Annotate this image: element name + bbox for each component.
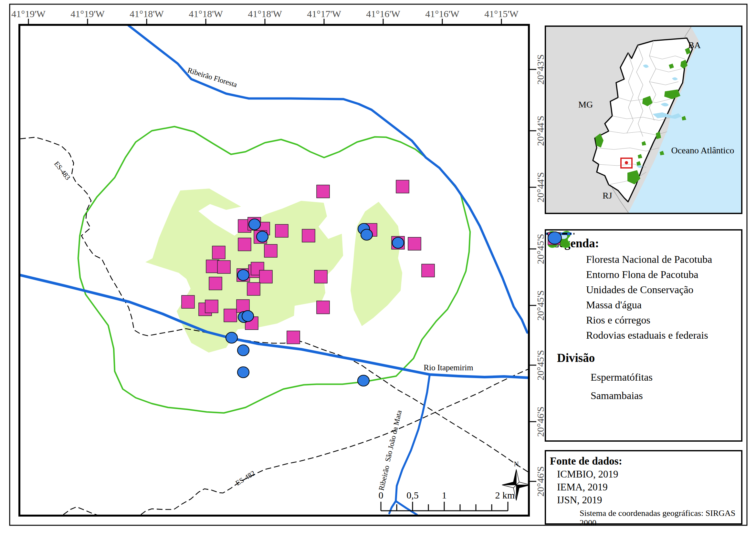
road-label-es482: ES-482 (234, 469, 256, 487)
longitude-label: 41°15'W (484, 9, 519, 19)
inset-label-mg: MG (578, 99, 593, 110)
latitude-label: 20°43'S (535, 54, 546, 85)
compass-north-label: N (514, 460, 519, 468)
latitude-label: 20°45'S (535, 350, 546, 380)
legend-item-rios: Rios e córregos (553, 314, 741, 326)
samambaias-point (249, 219, 260, 230)
longitude-label: 41°18'W (129, 9, 164, 19)
espermatofitas-point (224, 309, 237, 322)
flona-pacotuba-area-east (351, 202, 402, 326)
legend-item-espermatofitas: Espermatófitas (559, 371, 741, 383)
espermatofitas-point (205, 300, 218, 313)
espermatofitas-point (181, 295, 195, 308)
river-label-ribeirao-floresta: Ribeirão Floresta (186, 66, 238, 89)
longitude-label: 41°17'W (307, 9, 341, 19)
espermatofitas-point (247, 283, 260, 295)
scale-label-0: 0 (379, 490, 384, 500)
longitude-label: 41°19'W (70, 9, 105, 19)
espermatofitas-point (396, 180, 409, 193)
latitude-label: 20°44'S (535, 172, 546, 202)
latitude-label: 20°44'S (535, 115, 546, 146)
longitude-label: 41°18'W (189, 9, 223, 19)
samambaias-point (242, 311, 254, 321)
samambaias-point (361, 229, 372, 240)
scale-label-1: 1 (442, 490, 447, 500)
espermatofitas-point (212, 246, 225, 259)
division-title: Divisão (557, 351, 741, 365)
samambaias-point (237, 345, 249, 356)
legend-box: Legenda: Floresta Nacional de Pacotuba E… (545, 229, 742, 442)
legend-item-label: Floresta Nacional de Pacotuba (586, 253, 712, 266)
inset-study-area-dot (625, 161, 628, 164)
espermatofitas-point (217, 261, 230, 273)
espermatofitas-point (317, 301, 330, 314)
espermatofitas-point (238, 238, 251, 251)
espermatofitas-point (209, 277, 222, 290)
legend-item-label: Entorno Flona de Pacotuba (586, 268, 698, 281)
inset-label-rj: RJ (603, 191, 612, 200)
scale-bar-labels: 0 0,5 1 2 km (379, 490, 515, 500)
espermatofitas-point (259, 270, 272, 283)
samambaias-point (226, 332, 237, 343)
espermatofitas-point (314, 270, 327, 283)
data-source-box: Fonte de dados: ICMBIO, 2019 IEMA, 2019 … (545, 450, 742, 525)
legend-item-unidades: Unidades de Conservação (553, 284, 741, 296)
legend-item-label: Rodovias estaduais e federais (586, 329, 708, 341)
legend-title: Legenda: (551, 236, 741, 250)
latitude-label: 20°46'S (535, 406, 546, 437)
legend-item-rodovias: Rodovias estaduais e federais (553, 329, 741, 341)
river-label-sao-joao-da-mata: São João da Mata (384, 409, 403, 462)
longitude-label: 41°19'W (11, 9, 45, 19)
inset-label-ocean: Oceano Atlântico (671, 145, 734, 155)
legend-item-massa-dagua: Massa d'água (553, 299, 741, 311)
inset-map-canvas: BA MG RJ Oceano Atlântico (546, 27, 741, 213)
longitude-label: 41°16'W (366, 9, 400, 19)
espermatofitas-point (302, 229, 315, 242)
espermatofitas-point (317, 185, 330, 198)
legend-item-label: Rios e córregos (586, 314, 650, 326)
longitude-label: 41°18'W (248, 9, 282, 19)
samambaias-point (358, 375, 369, 386)
roads-layer (20, 137, 528, 515)
espermatofitas-point (421, 264, 435, 277)
map-figure: Ribeirão Floresta ES-483 Rio Itapemirim … (0, 0, 756, 534)
legend-item-samambaias: Samambaias (559, 390, 741, 402)
latitude-label: 20°45'S (535, 234, 546, 264)
road-label-es483: ES-483 (53, 160, 72, 181)
division-item-label: Espermatófitas (591, 371, 653, 383)
legend-item-label: Unidades de Conservação (586, 284, 693, 296)
division-item-label: Samambaias (591, 390, 643, 402)
source-line: IEMA, 2019 (557, 481, 741, 493)
river-label-rio-itapemirim: Rio Itapemirim (423, 363, 473, 372)
samambaias-point (392, 237, 404, 248)
latitude-label: 20°46'S (535, 466, 546, 496)
legend-item-flona: Floresta Nacional de Pacotuba (553, 253, 741, 266)
road-es482 (63, 369, 528, 515)
latitude-label: 20°45'S (535, 290, 546, 320)
espermatofitas-point (264, 244, 277, 257)
samambaias-point (256, 231, 268, 242)
scale-label-2km: 2 km (495, 490, 515, 500)
espermatofitas-point (287, 331, 300, 344)
espermatofitas-point (206, 260, 219, 273)
espermatofitas-point (275, 224, 288, 237)
legend-item-entorno: Entorno Flona de Pacotuba (553, 268, 741, 281)
scale-label-05: 0,5 (406, 490, 419, 500)
samambaias-point (237, 269, 249, 281)
coordinate-system-note: Sistema de coordenadas geográficas: SIRG… (580, 508, 741, 528)
source-box-title: Fonte de dados: (550, 455, 741, 467)
samambaias-point (237, 367, 249, 378)
longitude-label: 41°16'W (425, 9, 459, 19)
espermatofitas-point (408, 237, 421, 250)
river-label-ribeirao: Ribeirão (377, 465, 391, 491)
inset-label-ba: BA (688, 40, 701, 50)
inset-locator-map: BA MG RJ Oceano Atlântico (545, 26, 742, 214)
source-line: ICMBIO, 2019 (557, 469, 741, 480)
legend-item-label: Massa d'água (586, 299, 642, 311)
source-line: IJSN, 2019 (557, 494, 741, 506)
